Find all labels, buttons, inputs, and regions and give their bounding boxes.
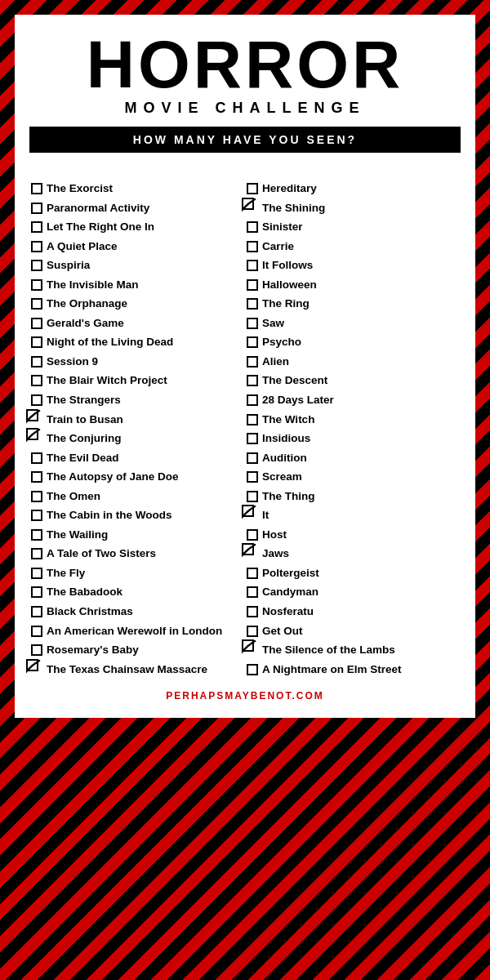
pen-checkbox[interactable]	[31, 433, 42, 444]
checkbox[interactable]	[247, 375, 258, 386]
movie-item: Carrie	[245, 237, 461, 256]
pen-checkbox[interactable]	[247, 510, 258, 521]
checkbox[interactable]	[31, 471, 42, 483]
checkbox[interactable]	[247, 298, 258, 310]
movie-item: The Ring	[245, 294, 461, 314]
checkbox[interactable]	[247, 414, 258, 425]
movie-item: Black Christmas	[29, 602, 245, 621]
movie-item: A Nightmare on Elm Street	[245, 660, 461, 679]
movie-item: It Follows	[245, 256, 461, 275]
checkbox[interactable]	[247, 394, 258, 406]
checkbox[interactable]	[31, 548, 42, 559]
pen-checkbox[interactable]	[247, 644, 258, 656]
pen-checkbox[interactable]	[247, 203, 258, 214]
checkbox[interactable]	[247, 279, 258, 291]
question-wrapper: HOW MANY HAVE YOU SEEN?	[29, 127, 461, 167]
checkbox[interactable]	[31, 203, 42, 214]
checkbox[interactable]	[31, 452, 42, 464]
movie-item: Paranormal Activity	[29, 198, 245, 218]
checkbox[interactable]	[247, 586, 258, 598]
movie-item: Candyman	[245, 582, 461, 602]
movie-item: Suspiria	[29, 256, 245, 275]
checkbox[interactable]	[31, 626, 42, 637]
movie-item: Get Out	[245, 621, 461, 641]
checkbox[interactable]	[31, 644, 42, 656]
checkbox[interactable]	[31, 336, 42, 348]
movie-title: The Texas Chainsaw Massacre	[47, 662, 242, 677]
movie-item: The Descent	[245, 371, 461, 390]
checkbox[interactable]	[247, 183, 258, 194]
checkbox[interactable]	[247, 318, 258, 329]
pen-checkbox[interactable]	[31, 664, 42, 675]
checkbox[interactable]	[31, 606, 42, 617]
movie-item: An American Werewolf in London	[29, 621, 245, 641]
checkbox[interactable]	[247, 356, 258, 368]
movie-title: A Quiet Place	[47, 239, 242, 254]
movie-item: Rosemary's Baby	[29, 640, 245, 660]
movie-title: The Strangers	[47, 393, 242, 408]
checkbox[interactable]	[31, 568, 42, 579]
title-horror: HORROR	[29, 31, 461, 98]
checkbox[interactable]	[247, 336, 258, 348]
checkbox[interactable]	[247, 529, 258, 541]
checkbox[interactable]	[247, 491, 258, 502]
checkbox[interactable]	[247, 241, 258, 252]
movie-item: The Invisible Man	[29, 275, 245, 295]
checkbox[interactable]	[31, 318, 42, 329]
checkbox[interactable]	[247, 433, 258, 444]
checkbox[interactable]	[31, 241, 42, 252]
checkbox[interactable]	[31, 375, 42, 386]
movie-item: Hereditary	[245, 179, 461, 198]
checkbox[interactable]	[247, 221, 258, 233]
checkbox[interactable]	[31, 510, 42, 521]
movie-title: A Tale of Two Sisters	[47, 546, 242, 561]
movie-item: Halloween	[245, 275, 461, 295]
checkbox[interactable]	[31, 260, 42, 271]
checkbox[interactable]	[31, 298, 42, 310]
movie-title: The Conjuring	[47, 431, 242, 446]
movie-title: The Descent	[262, 373, 457, 388]
movie-title: Candyman	[262, 585, 457, 599]
question-box: HOW MANY HAVE YOU SEEN?	[29, 127, 461, 153]
movie-title: The Invisible Man	[47, 278, 242, 292]
movie-item: Nosferatu	[245, 602, 461, 621]
movie-title: Psycho	[262, 335, 457, 350]
movie-title: An American Werewolf in London	[47, 624, 242, 639]
movie-title: Nosferatu	[262, 604, 457, 619]
pen-checkbox[interactable]	[247, 548, 258, 559]
checkbox[interactable]	[31, 183, 42, 194]
checkbox[interactable]	[31, 279, 42, 291]
movie-title: The Exorcist	[47, 181, 242, 196]
movie-title: The Blair Witch Project	[47, 373, 242, 388]
movie-title: Black Christmas	[47, 604, 242, 619]
checkbox[interactable]	[31, 586, 42, 598]
title-subtitle: MOVIE CHALLENGE	[29, 100, 461, 117]
movie-title: Session 9	[47, 354, 242, 369]
movie-item: Scream	[245, 467, 461, 487]
movie-item: Audition	[245, 448, 461, 468]
checkbox[interactable]	[247, 568, 258, 579]
footer-url: PERHAPSMAYBENOT.COM	[29, 690, 461, 702]
checkbox[interactable]	[247, 452, 258, 464]
checkbox[interactable]	[31, 221, 42, 233]
pen-checkbox[interactable]	[31, 414, 42, 425]
movie-title: Carrie	[262, 239, 457, 254]
movie-title: It	[262, 508, 457, 523]
movie-title: Hereditary	[262, 181, 457, 196]
movie-item: The Strangers	[29, 390, 245, 410]
movies-grid: The Exorcist Hereditary Paranormal Activ…	[29, 179, 461, 679]
movie-item: The Evil Dead	[29, 448, 245, 468]
checkbox[interactable]	[31, 491, 42, 502]
movie-item: The Omen	[29, 487, 245, 506]
checkbox[interactable]	[31, 394, 42, 406]
checkbox[interactable]	[247, 626, 258, 637]
checkbox[interactable]	[247, 664, 258, 675]
checkbox[interactable]	[247, 260, 258, 271]
movie-item: The Shining	[245, 198, 461, 218]
movie-item: Insidious	[245, 429, 461, 448]
checkbox[interactable]	[31, 529, 42, 541]
checkbox[interactable]	[247, 606, 258, 617]
movie-item: The Fly	[29, 564, 245, 583]
checkbox[interactable]	[31, 356, 42, 368]
checkbox[interactable]	[247, 471, 258, 483]
